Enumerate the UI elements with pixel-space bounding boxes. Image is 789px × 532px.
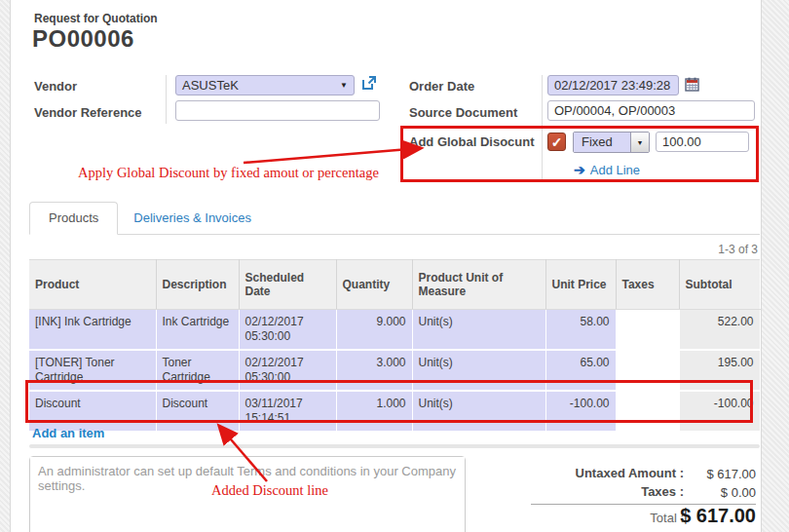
add-line-label: Add Line — [590, 163, 640, 177]
taxes-value: $ 0.00 — [672, 485, 756, 500]
col-header-quantity[interactable]: Quantity — [336, 260, 412, 310]
form-column-divider-left — [166, 75, 167, 124]
vendor-reference-input[interactable] — [182, 103, 373, 118]
cell-product[interactable]: [INK] Ink Cartridge — [29, 310, 156, 351]
untaxed-amount-value: $ 617.00 — [672, 467, 756, 481]
source-document-field — [547, 100, 755, 121]
cell-taxes[interactable] — [616, 310, 679, 351]
discount-type-value: Fixed — [574, 133, 630, 152]
chevron-down-icon: ▼ — [630, 133, 649, 152]
rfq-form-page: Request for Quotation PO00006 Vendor Ven… — [0, 0, 789, 532]
col-header-uom[interactable]: Product Unit of Measure — [412, 260, 545, 310]
discount-amount-input[interactable] — [662, 134, 742, 149]
arrow-right-icon: ➔ — [574, 162, 585, 177]
calendar-icon — [685, 77, 699, 92]
add-an-item-link[interactable]: Add an item — [32, 426, 104, 440]
annotation-text-global-discount: Apply Global Discount by fixed amout or … — [78, 165, 379, 181]
col-header-taxes[interactable]: Taxes — [616, 260, 679, 310]
cell-subtotal: 522.00 — [679, 310, 760, 351]
col-header-scheduled-date[interactable]: Scheduled Date — [239, 260, 336, 310]
tab-products[interactable]: Products — [29, 202, 118, 235]
cell-taxes[interactable] — [616, 391, 679, 432]
total-value: $ 617.00 — [620, 505, 756, 527]
notebook-tabs: Products Deliveries & Invoices — [29, 204, 760, 235]
cell-scheduled-date[interactable]: 02/12/2017 05:30:00 — [239, 310, 336, 351]
annotation-text-discount-line: Added Discount line — [211, 482, 328, 499]
discount-amount-field — [656, 132, 749, 152]
table-row[interactable]: [TONER] Toner Cartridge Toner Cartridge … — [29, 350, 760, 391]
cell-scheduled-date[interactable]: 02/12/2017 05:30:00 — [239, 350, 336, 391]
col-header-description[interactable]: Description — [156, 260, 239, 310]
add-line-button[interactable]: ➔ Add Line — [574, 162, 640, 177]
order-date-field[interactable]: 02/12/2017 23:49:28 — [547, 75, 679, 95]
cell-unit-price[interactable]: -100.00 — [545, 391, 616, 432]
cell-scheduled-date[interactable]: 03/11/2017 15:14:51 — [239, 391, 336, 432]
datepicker-button[interactable] — [685, 77, 699, 92]
source-document-label: Source Document — [409, 105, 517, 120]
global-discount-label: Add Global Disocunt — [409, 134, 535, 149]
order-date-label: Order Date — [409, 79, 474, 94]
cell-unit-price[interactable]: 58.00 — [545, 310, 616, 351]
cell-quantity[interactable]: 3.000 — [336, 350, 412, 391]
table-row[interactable]: [INK] Ink Cartridge Ink Cartridge 02/12/… — [29, 310, 760, 351]
cell-quantity[interactable]: 9.000 — [336, 310, 412, 351]
table-row-discount[interactable]: Discount Discount 03/11/2017 15:14:51 1.… — [29, 391, 760, 432]
page-title: PO00006 — [32, 25, 134, 53]
vendor-select[interactable]: ASUSTeK ▼ — [175, 75, 355, 95]
cell-taxes[interactable] — [616, 350, 679, 391]
cell-quantity[interactable]: 1.000 — [336, 391, 412, 432]
list-pager[interactable]: 1-3 of 3 — [718, 243, 758, 256]
cell-description[interactable]: Discount — [156, 391, 239, 432]
cell-unit-price[interactable]: 65.00 — [545, 350, 616, 391]
form-column-divider-right — [542, 75, 543, 180]
table-header-row: Product Description Scheduled Date Quant… — [29, 260, 760, 310]
cell-uom[interactable]: Unit(s) — [412, 391, 545, 432]
taxes-label: Taxes : — [526, 484, 684, 499]
vendor-label: Vendor — [34, 79, 77, 94]
cell-uom[interactable]: Unit(s) — [412, 350, 545, 391]
global-discount-checkbox[interactable]: ✓ — [547, 133, 566, 151]
source-document-input[interactable] — [554, 103, 748, 118]
col-header-subtotal[interactable]: Subtotal — [679, 260, 760, 310]
tab-deliveries-invoices[interactable]: Deliveries & Invoices — [118, 203, 267, 234]
cell-product[interactable]: [TONER] Toner Cartridge — [29, 350, 156, 391]
vendor-select-value: ASUSTeK — [182, 78, 239, 93]
footer-divider — [29, 444, 760, 448]
chevron-down-icon: ▼ — [334, 81, 348, 90]
vendor-reference-field — [175, 100, 380, 121]
col-header-unit-price[interactable]: Unit Price — [545, 260, 616, 310]
cell-subtotal: -100.00 — [679, 391, 760, 432]
cell-subtotal: 195.00 — [679, 350, 760, 391]
vendor-reference-label: Vendor Reference — [34, 105, 142, 120]
order-lines-table: Product Description Scheduled Date Quant… — [29, 259, 761, 433]
discount-type-select[interactable]: Fixed ▼ — [573, 132, 650, 153]
cell-description[interactable]: Ink Cartridge — [156, 310, 239, 351]
untaxed-amount-label: Untaxed Amount : — [526, 466, 684, 480]
external-link-icon — [360, 74, 378, 92]
order-date-value: 02/12/2017 23:49:28 — [554, 78, 670, 93]
cell-description[interactable]: Toner Cartridge — [156, 350, 239, 391]
col-header-product[interactable]: Product — [29, 260, 156, 310]
document-type-label: Request for Quotation — [34, 12, 158, 25]
cell-uom[interactable]: Unit(s) — [412, 310, 545, 351]
open-record-button[interactable] — [360, 74, 378, 92]
